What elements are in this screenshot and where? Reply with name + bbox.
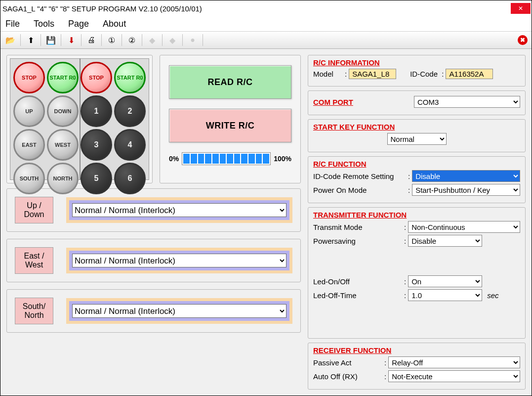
arrow-down-icon[interactable]: ⬇ [65, 34, 77, 46]
start-key-title: START KEY FUNCTION [313, 123, 520, 131]
auto-off-select[interactable]: Not-Execute [388, 370, 520, 382]
toolbar: 📂 ⬆ 💾 ⬇ 🖨 ① ② ◆ ◆ ● ✖ [0, 31, 532, 49]
idcode-remote-label: ID-Code Remote Setting [313, 172, 406, 180]
menubar: File Tools Page About [0, 16, 532, 31]
kp-up: UP [13, 95, 45, 127]
south-north-select[interactable]: Normal / Normal (Interlock) [72, 304, 286, 318]
kp-south: SOUTH [13, 163, 45, 194]
model-label: Model [313, 70, 343, 78]
powersaving-label: Powersaving [313, 237, 402, 245]
progress-min: 0% [169, 155, 179, 163]
close-button[interactable]: ✕ [511, 3, 531, 14]
powersaving-select[interactable]: Disable [408, 235, 482, 247]
one-icon[interactable]: ① [106, 34, 118, 46]
led-onoff-select[interactable]: On [408, 275, 482, 287]
kp-1: 1 [81, 95, 112, 127]
menu-file[interactable]: File [5, 19, 20, 29]
passive-act-select[interactable]: Relay-Off [388, 356, 520, 368]
rc-func-group: R/C FUNCTION ID-Code Remote Setting: Dis… [308, 156, 526, 203]
rx-func-group: RECEIVER FUNCTION Passive Act: Relay-Off… [308, 343, 526, 390]
south-north-button[interactable]: South/ North [15, 298, 53, 324]
led-off-time-select[interactable]: 1.0 [408, 289, 482, 301]
rc-info-group: R/C INFORMATION Model : SAGA1_L8 ID-Code… [308, 55, 526, 87]
kp-down: DOWN [47, 95, 79, 127]
idcode-label: ID-Code [410, 70, 438, 78]
open-icon[interactable]: 📂 [4, 34, 16, 46]
passive-act-label: Passive Act [313, 358, 382, 367]
idcode-value: A116352A [446, 69, 493, 79]
rc-func-title: R/C FUNCTION [313, 160, 520, 168]
start-key-group: START KEY FUNCTION Normal [308, 119, 526, 152]
disabled-icon-1: ◆ [146, 34, 158, 46]
arrow-up-icon[interactable]: ⬆ [25, 34, 37, 46]
two-icon[interactable]: ② [126, 34, 138, 46]
led-onoff-label: Led-On/Off [313, 277, 402, 286]
kp-4: 4 [114, 129, 146, 161]
transmit-mode-select[interactable]: Non-Continuous [408, 221, 520, 233]
read-rc-button[interactable]: READ R/C [169, 65, 291, 99]
kp-stop-2: STOP [81, 62, 112, 93]
menu-page[interactable]: Page [68, 19, 89, 29]
model-value: SAGA1_L8 [349, 69, 396, 79]
kp-6: 6 [114, 163, 146, 194]
kp-5: 5 [81, 163, 112, 194]
kp-2: 2 [114, 95, 146, 127]
save-icon[interactable]: 💾 [45, 34, 57, 46]
idcode-remote-select[interactable]: Disable [412, 170, 520, 182]
disabled-icon-2: ◆ [166, 34, 178, 46]
kp-start-1: START R0 [47, 62, 79, 93]
progress-max: 100% [274, 155, 291, 163]
window-title: SAGA1_L "4" "6" "8" SETUP PROGRAM V2.10 … [1, 4, 511, 13]
close-round-icon[interactable]: ✖ [518, 35, 528, 45]
east-west-button[interactable]: East / West [15, 247, 53, 274]
com-port-select[interactable]: COM3 [414, 96, 520, 108]
kp-start-2: START R0 [114, 62, 146, 93]
print-icon[interactable]: 🖨 [85, 34, 97, 46]
sec-label: sec [487, 291, 498, 300]
menu-tools[interactable]: Tools [34, 19, 54, 29]
start-key-select[interactable]: Normal [387, 133, 447, 145]
led-off-time-label: Led-Off-Time [313, 291, 402, 300]
menu-about[interactable]: About [103, 19, 126, 29]
kp-east: EAST [13, 129, 45, 161]
rx-func-title: RECEIVER FUNCTION [313, 346, 520, 354]
progress-bar [182, 152, 271, 165]
east-west-select[interactable]: Normal / Normal (Interlock) [72, 254, 286, 267]
auto-off-label: Auto Off (RX) [313, 372, 382, 381]
com-port-title: COM PORT [313, 98, 412, 106]
rc-info-title: R/C INFORMATION [313, 58, 520, 67]
write-rc-button[interactable]: WRITE R/C [169, 109, 291, 142]
tx-func-title: TRANSMITTER FUNCTION [313, 211, 520, 219]
disabled-icon-3: ● [187, 34, 199, 46]
keypad-image: STOP START R0 STOP START R0 UP DOWN 1 2 … [6, 55, 153, 183]
kp-north: NORTH [47, 163, 79, 194]
tx-func-group: TRANSMITTER FUNCTION Transmit Mode: Non-… [308, 207, 526, 339]
power-on-select[interactable]: Start-Pushbutton / Key [412, 184, 520, 196]
power-on-label: Power On Mode [313, 186, 406, 194]
up-down-select[interactable]: Normal / Normal (Interlock) [72, 203, 286, 217]
com-port-group: COM PORT COM3 [308, 90, 526, 115]
kp-stop-1: STOP [13, 62, 45, 93]
kp-3: 3 [81, 129, 112, 161]
transmit-mode-label: Transmit Mode [313, 223, 402, 231]
kp-west: WEST [47, 129, 79, 161]
up-down-button[interactable]: Up / Down [15, 197, 53, 223]
